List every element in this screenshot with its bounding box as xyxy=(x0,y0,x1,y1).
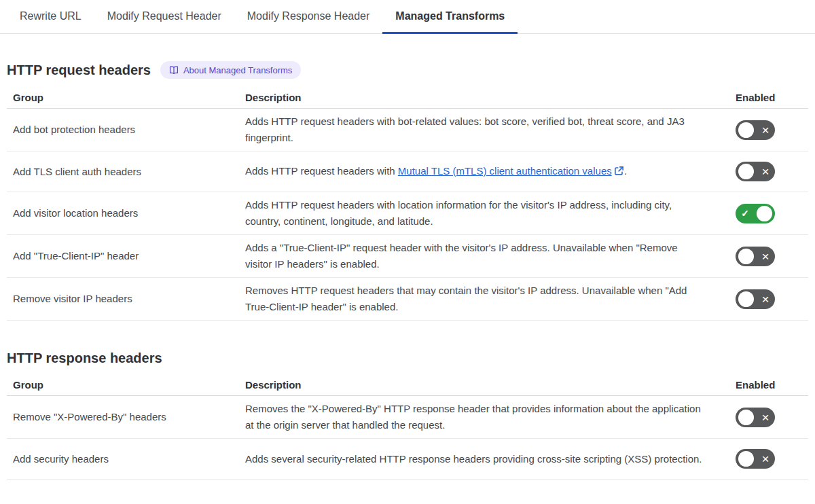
table-body: Add bot protection headers Adds HTTP req… xyxy=(7,109,808,321)
x-icon: × xyxy=(759,250,772,263)
section-http-request-headers: HTTP request headers About Managed Trans… xyxy=(7,61,808,321)
toggle-knob xyxy=(738,249,754,264)
enabled-cell: ✓ × xyxy=(736,289,808,309)
toggle-knob xyxy=(738,451,754,467)
description-cell: Adds a "True-Client-IP" request header w… xyxy=(245,240,736,272)
column-header-group: Group xyxy=(7,379,245,391)
x-icon: × xyxy=(759,452,772,465)
tab-modify-response-header[interactable]: Modify Response Header xyxy=(234,0,383,34)
tab-bar: Rewrite URLModify Request HeaderModify R… xyxy=(0,0,815,34)
enabled-cell: ✓ × xyxy=(736,120,808,140)
column-header-enabled: Enabled xyxy=(736,379,808,391)
enabled-cell: ✓ × xyxy=(736,449,808,469)
external-link-icon xyxy=(614,164,624,181)
toggle-switch[interactable]: ✓ × xyxy=(736,247,775,266)
toggle-switch[interactable]: ✓ × xyxy=(736,162,775,181)
check-icon: ✓ xyxy=(738,209,752,218)
column-header-description: Description xyxy=(245,379,736,391)
tab-rewrite-url[interactable]: Rewrite URL xyxy=(7,0,94,34)
enabled-cell: ✓ × xyxy=(736,162,808,181)
description-cell: Removes HTTP request headers that may co… xyxy=(245,283,736,315)
toggle-knob xyxy=(738,122,754,138)
table-row-remove-visitor-ip-headers: Remove visitor IP headers Removes HTTP r… xyxy=(7,278,808,321)
description-cell: Adds HTTP request headers with Mutual TL… xyxy=(245,163,736,181)
toggle-switch[interactable]: ✓ × xyxy=(736,449,775,469)
toggle-knob xyxy=(738,291,754,307)
section-title: HTTP response headers xyxy=(7,350,162,366)
group-cell: Add security headers xyxy=(7,451,245,467)
book-icon xyxy=(169,65,179,75)
section-header: HTTP response headers xyxy=(7,350,808,366)
x-icon: × xyxy=(759,165,772,178)
table-header-row: Group Description Enabled xyxy=(7,87,808,109)
tab-modify-request-header[interactable]: Modify Request Header xyxy=(94,0,234,34)
section-header: HTTP request headers About Managed Trans… xyxy=(7,61,808,79)
description-cell: Adds HTTP request headers with location … xyxy=(245,197,736,230)
group-cell: Remove visitor IP headers xyxy=(7,291,245,307)
toggle-switch[interactable]: ✓ × xyxy=(736,120,775,140)
description-cell: Adds several security-related HTTP respo… xyxy=(245,451,736,467)
toggle-switch[interactable]: ✓ × xyxy=(736,204,775,223)
badge-label: About Managed Transforms xyxy=(183,66,292,75)
transforms-table: Group Description Enabled Add bot protec… xyxy=(7,87,808,321)
group-cell: Add "True-Client-IP" header xyxy=(7,248,245,264)
table-row-add-true-client-ip-header: Add "True-Client-IP" header Adds a "True… xyxy=(7,235,808,278)
table-row-remove-x-powered-by-headers: Remove "X-Powered-By" headers Removes th… xyxy=(7,396,808,439)
x-icon: × xyxy=(759,124,772,137)
column-header-group: Group xyxy=(7,92,245,103)
table-row-add-visitor-location-headers: Add visitor location headers Adds HTTP r… xyxy=(7,192,808,235)
table-row-add-tls-client-auth-headers: Add TLS client auth headers Adds HTTP re… xyxy=(7,151,808,192)
table-row-add-security-headers: Add security headers Adds several securi… xyxy=(7,439,808,480)
column-header-enabled: Enabled xyxy=(736,92,808,103)
enabled-cell: ✓ × xyxy=(736,408,808,427)
group-cell: Add bot protection headers xyxy=(7,122,245,138)
group-cell: Add visitor location headers xyxy=(7,205,245,221)
enabled-cell: ✓ × xyxy=(736,204,808,223)
main-content: HTTP request headers About Managed Trans… xyxy=(0,61,815,480)
toggle-knob xyxy=(757,206,772,221)
table-body: Remove "X-Powered-By" headers Removes th… xyxy=(7,396,808,480)
x-icon: × xyxy=(759,293,772,306)
section-title: HTTP request headers xyxy=(7,62,151,78)
tab-managed-transforms[interactable]: Managed Transforms xyxy=(382,0,518,34)
table-header-row: Group Description Enabled xyxy=(7,374,808,396)
table-row-add-bot-protection-headers: Add bot protection headers Adds HTTP req… xyxy=(7,109,808,151)
group-cell: Add TLS client auth headers xyxy=(7,164,245,180)
group-cell: Remove "X-Powered-By" headers xyxy=(7,409,245,425)
enabled-cell: ✓ × xyxy=(736,247,808,266)
toggle-switch[interactable]: ✓ × xyxy=(736,289,775,309)
toggle-switch[interactable]: ✓ × xyxy=(736,408,775,427)
toggle-knob xyxy=(738,410,754,425)
x-icon: × xyxy=(759,411,772,424)
column-header-description: Description xyxy=(245,92,736,103)
toggle-knob xyxy=(738,164,754,179)
description-link[interactable]: Mutual TLS (mTLS) client authentication … xyxy=(398,165,612,177)
transforms-table: Group Description Enabled Remove "X-Powe… xyxy=(7,374,808,480)
description-cell: Removes the "X-Powered-By" HTTP response… xyxy=(245,401,736,433)
description-cell: Adds HTTP request headers with bot-relat… xyxy=(245,113,736,146)
about-managed-transforms-badge[interactable]: About Managed Transforms xyxy=(160,61,301,79)
section-http-response-headers: HTTP response headers Group Description … xyxy=(7,350,808,480)
